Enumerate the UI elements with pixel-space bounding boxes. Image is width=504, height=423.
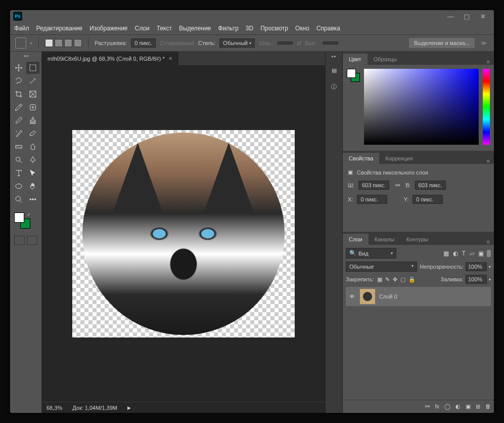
minimize-button[interactable]: — [442,11,459,22]
tool-preset-dropdown[interactable]: ▾ [30,41,32,46]
width-prop-input[interactable]: 603 пикс. [358,181,389,190]
filter-smart-icon[interactable]: ▣ [478,250,484,257]
foreground-color-swatch[interactable] [14,213,24,223]
gradient-tool[interactable] [12,141,25,153]
opacity-chevron-icon[interactable]: ▾ [489,265,491,269]
tab-swatches[interactable]: Образцы [368,54,403,65]
mask-icon[interactable]: ◯ [444,403,450,410]
artboard[interactable] [72,130,295,337]
maximize-button[interactable]: ▢ [459,11,475,22]
blur-tool[interactable] [26,141,39,153]
magic-wand-tool[interactable] [26,75,39,87]
height-prop-input[interactable]: 603 пикс. [415,181,446,190]
tab-color[interactable]: Цвет [343,54,368,65]
y-prop-input[interactable]: 0 пикс. [413,195,443,204]
stamp-tool[interactable] [26,114,39,126]
selection-intersect-icon[interactable] [74,39,82,47]
link-layers-icon[interactable]: ⚯ [425,403,430,410]
lock-pixels-icon[interactable]: ▦ [377,276,382,283]
status-chevron-icon[interactable]: ▶ [127,405,131,410]
select-and-mask-button[interactable]: Выделение и маска... [409,38,475,48]
more-tools-icon[interactable] [26,193,39,205]
lock-all-icon[interactable]: 🔒 [408,276,416,283]
menu-filter[interactable]: Фильтр [218,25,239,32]
filter-adjust-icon[interactable]: ◐ [453,250,458,257]
lock-position-icon[interactable]: ✥ [393,276,397,283]
shape-tool[interactable] [12,180,25,192]
tab-paths[interactable]: Контуры [400,234,434,245]
menu-help[interactable]: Справка [316,25,340,32]
eyedropper-tool[interactable] [12,101,25,113]
zoom-level[interactable]: 68,3% [47,405,62,411]
color-field[interactable] [364,69,479,145]
toolbar-collapse-icon[interactable]: ◂◂ [10,52,41,60]
opacity-input[interactable]: 100% [466,262,487,271]
close-button[interactable]: ✕ [475,11,491,22]
lasso-tool[interactable] [12,75,25,87]
swap-colors-icon[interactable]: ⤢ [27,213,30,217]
selection-subtract-icon[interactable] [64,39,72,47]
adjustment-icon[interactable]: ◐ [455,403,461,410]
lock-artboard-icon[interactable]: ▢ [400,276,405,283]
menu-3d[interactable]: 3D [246,25,253,32]
frame-tool[interactable] [26,88,39,100]
hand-tool[interactable] [26,180,39,192]
tab-layers[interactable]: Слои [343,234,369,245]
healing-tool[interactable] [26,101,39,113]
doc-size[interactable]: Док: 1,04M/1,39M [72,405,117,411]
zoom-tool[interactable] [12,193,25,205]
menu-type[interactable]: Текст [157,25,172,32]
brush-tool[interactable] [12,114,25,126]
layer-visibility-icon[interactable]: 👁 [348,293,356,300]
fx-icon[interactable]: fx [435,403,439,410]
color-swatches[interactable]: ⤢ [14,213,30,229]
move-tool[interactable] [12,62,25,74]
layer-filter-dropdown[interactable]: 🔍 Вид ▾ [346,248,396,259]
panel-fg-swatch[interactable] [347,69,356,78]
filter-toggle[interactable] [487,250,491,257]
menu-window[interactable]: Окно [295,25,309,32]
tab-properties[interactable]: Свойства [343,153,379,164]
marquee-tool-icon[interactable] [15,37,26,49]
dock-expand-icon[interactable]: ▸▸ [332,54,337,60]
eraser-tool[interactable] [26,128,39,140]
selection-add-icon[interactable] [55,39,63,47]
tab-adjustments[interactable]: Коррекция [379,153,419,164]
layer-name[interactable]: Слой 0 [379,293,397,300]
screenmode-toggle[interactable] [27,236,37,245]
filter-pixel-icon[interactable]: ▦ [443,250,449,257]
marquee-tool[interactable] [26,62,39,74]
options-overflow-icon[interactable]: ≫ [479,40,489,47]
menu-file[interactable]: Файл [14,25,29,32]
menu-select[interactable]: Выделение [179,25,211,32]
menu-image[interactable]: Изображение [89,25,128,32]
style-dropdown[interactable]: Обычный▾ [219,38,255,48]
layers-panel-menu-icon[interactable]: ≡ [483,239,494,245]
menu-view[interactable]: Просмотр [260,25,288,32]
selection-new-icon[interactable] [45,39,53,47]
fill-chevron-icon[interactable]: ▾ [489,277,491,282]
document-tab[interactable]: mIh09iC8x6U.jpg @ 68,3% (Слой 0, RGB/8#)… [41,52,178,66]
info-panel-icon[interactable]: ⓘ [329,81,340,92]
link-wh-icon[interactable]: ⚯ [393,182,401,189]
quickmask-toggle[interactable] [14,236,25,245]
history-panel-icon[interactable]: ▤ [329,65,340,76]
feather-input[interactable]: 0 пикс. [131,38,156,48]
close-tab-icon[interactable]: × [169,55,172,62]
color-panel-menu-icon[interactable]: ≡ [483,59,494,65]
pen-tool[interactable] [26,154,39,166]
menu-edit[interactable]: Редактирование [36,25,82,32]
hue-slider[interactable] [483,69,490,145]
lock-brush-icon[interactable]: ✎ [385,276,390,283]
blend-mode-dropdown[interactable]: Обычные▾ [346,262,417,272]
dodge-tool[interactable] [12,154,25,166]
filter-type-icon[interactable]: T [462,250,466,257]
crop-tool[interactable] [12,88,25,100]
properties-panel-menu-icon[interactable]: ≡ [483,158,494,164]
color-panel-swatches[interactable] [347,69,360,82]
x-prop-input[interactable]: 0 пикс. [357,195,387,204]
menu-layer[interactable]: Слои [135,25,150,32]
path-select-tool[interactable] [26,167,39,179]
fill-input[interactable]: 100% [466,275,487,284]
layer-thumbnail[interactable] [360,289,375,304]
